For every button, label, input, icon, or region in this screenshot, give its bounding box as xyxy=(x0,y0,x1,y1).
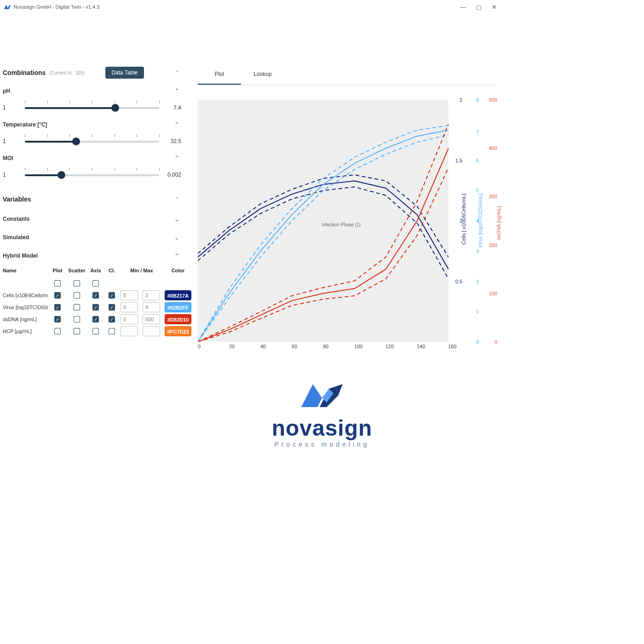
slider[interactable] xyxy=(25,101,159,115)
close-icon[interactable]: ✕ xyxy=(492,4,497,11)
simulated-title: Simulated xyxy=(3,234,29,241)
chart-area: Infection Phase (1) 02040608010012014016… xyxy=(198,100,496,348)
constants-title: Constants xyxy=(3,216,30,222)
hybrid-model-table: Name Plot Scatter Axis CI. Min / Max Col… xyxy=(3,265,181,337)
chevron-up-icon[interactable]: ⌃ xyxy=(172,196,181,203)
data-table-button[interactable]: Data Table xyxy=(105,67,144,79)
col-color: Color xyxy=(165,268,191,273)
plot-all-checkbox[interactable] xyxy=(54,280,61,287)
axis-all-checkbox[interactable] xyxy=(92,280,99,287)
max-input[interactable] xyxy=(143,290,160,300)
x-axis-ticks: 020406080100120140160 xyxy=(198,344,448,349)
chevron-up-icon[interactable]: ⌃ xyxy=(172,253,181,259)
chevron-down-icon[interactable]: ⌄ xyxy=(172,216,181,223)
col-minmax: Min / Max xyxy=(121,268,163,273)
max-input[interactable] xyxy=(143,314,160,324)
table-row: HCP [μg/mL] #FC7D22 xyxy=(3,325,181,337)
row-name: Virus [log10TCID50/r xyxy=(3,305,48,310)
ci-checkbox[interactable] xyxy=(109,328,115,334)
table-row: Cells [x10E6Cells/mL] ✓ ✓ ✓ #0B217A xyxy=(3,289,181,301)
variables-title: Variables xyxy=(3,196,31,203)
footer-logo: novasign Process modeling xyxy=(0,377,502,448)
color-button[interactable]: #0B217A xyxy=(165,290,191,300)
master-checkbox-row xyxy=(3,277,181,289)
scatter-checkbox[interactable] xyxy=(74,316,80,322)
tab-lookup[interactable]: Lookup xyxy=(241,64,284,85)
ci-checkbox[interactable]: ✓ xyxy=(109,292,115,299)
slider[interactable] xyxy=(25,134,159,148)
footer-brand-name: novasign xyxy=(272,415,373,441)
scatter-checkbox[interactable] xyxy=(74,328,80,334)
chevron-up-icon[interactable]: ⌃ xyxy=(172,69,181,76)
scatter-checkbox[interactable] xyxy=(74,304,80,310)
param-name: MOI xyxy=(3,155,13,161)
row-name: dsDNA [ng/mL] xyxy=(3,316,48,322)
chevron-up-icon[interactable]: ⌃ xyxy=(172,155,181,161)
min-input[interactable] xyxy=(121,326,138,336)
plot-svg xyxy=(198,100,448,342)
novasign-logo-icon xyxy=(294,377,350,414)
slider-value: 32.5 xyxy=(166,138,181,144)
right-panel: Plot Lookup Infection Phase (1) 02040608… xyxy=(189,14,502,348)
scatter-all-checkbox[interactable] xyxy=(74,280,80,287)
left-panel: Combinations (Current Id: 326) Data Tabl… xyxy=(0,14,189,348)
col-name: Name xyxy=(3,268,48,273)
param-name: Temperature [°C] xyxy=(3,121,47,128)
color-button[interactable]: #D82D10 xyxy=(165,314,191,324)
color-button[interactable]: #FC7D22 xyxy=(165,326,191,336)
col-axis: Axis xyxy=(88,268,103,273)
ci-checkbox[interactable]: ✓ xyxy=(109,316,115,322)
table-row: Virus [log10TCID50/r ✓ ✓ ✓ #52B2FF xyxy=(3,301,181,313)
axis-checkbox[interactable]: ✓ xyxy=(92,292,99,299)
param-name: pH xyxy=(3,88,10,94)
tabs: Plot Lookup xyxy=(198,64,496,85)
slider-min: 1 xyxy=(3,172,18,178)
hybrid-model-title: Hybrid Model xyxy=(3,253,38,259)
slider[interactable] xyxy=(25,168,159,182)
scatter-checkbox[interactable] xyxy=(74,292,80,299)
plot-checkbox[interactable] xyxy=(54,328,61,334)
plot-checkbox[interactable]: ✓ xyxy=(54,304,61,310)
plot-checkbox[interactable]: ✓ xyxy=(54,292,61,299)
chevron-up-icon[interactable]: ⌃ xyxy=(172,87,181,94)
annotation-text: Infection Phase (1) xyxy=(322,222,361,227)
col-plot: Plot xyxy=(50,268,65,273)
axis-checkbox[interactable] xyxy=(92,328,99,334)
app-logo-icon xyxy=(4,3,11,11)
row-name: HCP [μg/mL] xyxy=(3,328,48,334)
table-row: dsDNA [ng/mL] ✓ ✓ ✓ #D82D10 xyxy=(3,313,181,325)
chevron-down-icon[interactable]: ⌄ xyxy=(172,234,181,241)
col-scatter: Scatter xyxy=(67,268,86,273)
slider-value: 0.002 xyxy=(166,172,181,178)
row-name: Cells [x10E6Cells/mL] xyxy=(3,293,48,298)
axis-checkbox[interactable]: ✓ xyxy=(92,316,99,322)
tab-plot[interactable]: Plot xyxy=(198,64,241,85)
minimize-icon[interactable]: — xyxy=(460,4,466,11)
combinations-header: Combinations (Current Id: 326) Data Tabl… xyxy=(3,64,181,81)
col-ci: CI. xyxy=(105,268,119,273)
slider-min: 1 xyxy=(3,138,18,144)
axis-checkbox[interactable]: ✓ xyxy=(92,304,99,310)
max-input[interactable] xyxy=(143,326,160,336)
current-id-label: (Current Id: xyxy=(49,70,73,75)
combinations-title: Combinations xyxy=(3,69,46,76)
footer-brand-sub: Process modeling xyxy=(272,441,373,448)
title-bar: Novasign GmbH - Digital Twin - v1.4.3 — … xyxy=(0,0,502,14)
slider-value: 7.4 xyxy=(166,104,181,111)
window-title: Novasign GmbH - Digital Twin - v1.4.3 xyxy=(14,4,99,10)
max-input[interactable] xyxy=(143,302,160,312)
current-id-value: 326) xyxy=(75,70,85,75)
chevron-up-icon[interactable]: ⌃ xyxy=(172,121,181,128)
maximize-icon[interactable]: ▢ xyxy=(476,4,482,11)
min-input[interactable] xyxy=(121,302,138,312)
plot-checkbox[interactable]: ✓ xyxy=(54,316,61,322)
slider-min: 1 xyxy=(3,104,18,111)
min-input[interactable] xyxy=(121,290,138,300)
ci-checkbox[interactable]: ✓ xyxy=(109,304,115,310)
color-button[interactable]: #52B2FF xyxy=(165,302,191,312)
min-input[interactable] xyxy=(121,314,138,324)
